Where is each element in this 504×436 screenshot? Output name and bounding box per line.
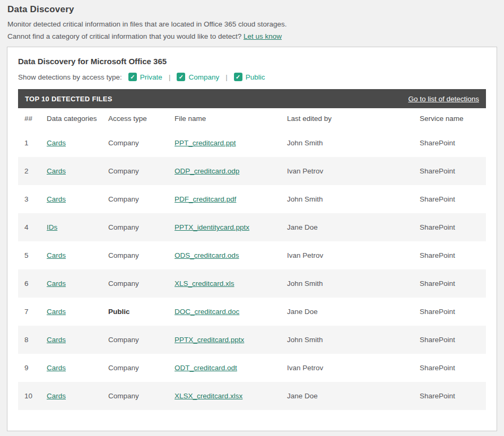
row-number: 3 bbox=[24, 195, 47, 203]
data-category-link[interactable]: IDs bbox=[47, 223, 57, 231]
data-category-link[interactable]: Cards bbox=[47, 308, 66, 316]
data-category-link[interactable]: Cards bbox=[47, 336, 66, 344]
row-number: 10 bbox=[24, 392, 47, 400]
service-name-value: SharePoint bbox=[420, 167, 486, 175]
file-name-link[interactable]: PPTX_identitycard.pptx bbox=[175, 223, 249, 231]
service-name-value: SharePoint bbox=[420, 280, 486, 287]
table-row: 6 Cards Company XLS_creditcard.xls John … bbox=[18, 269, 486, 298]
checkbox-checked-icon[interactable]: ✓ bbox=[128, 73, 137, 81]
file-name-link[interactable]: DOC_creditcard.doc bbox=[175, 308, 239, 316]
table-bar-title: TOP 10 DETECTED FILES bbox=[25, 95, 112, 103]
access-type-value: Company bbox=[108, 336, 175, 344]
column-header-access-type: Access type bbox=[108, 115, 175, 123]
table-column-headers: ## Data categories Access type File name… bbox=[18, 108, 486, 129]
file-name-link[interactable]: PDF_creditcard.pdf bbox=[175, 195, 236, 203]
filter-separator: | bbox=[225, 73, 228, 81]
filter-checkbox-public[interactable]: ✓ Public bbox=[234, 73, 265, 81]
data-category-link[interactable]: Cards bbox=[47, 280, 66, 287]
table-row: 8 Cards Company PPTX_creditcard.pptx Joh… bbox=[18, 326, 486, 354]
access-type-value: Public bbox=[108, 308, 175, 316]
file-name-link[interactable]: ODT_creditcard.odt bbox=[175, 364, 237, 372]
row-number: 9 bbox=[24, 364, 47, 372]
data-category-link[interactable]: Cards bbox=[47, 195, 66, 203]
row-number: 2 bbox=[24, 167, 47, 175]
last-edited-by-value: John Smith bbox=[287, 139, 420, 147]
file-name-link[interactable]: ODP_creditcard.odp bbox=[175, 167, 239, 175]
last-edited-by-value: John Smith bbox=[287, 280, 420, 287]
data-category-link[interactable]: Cards bbox=[47, 364, 66, 372]
service-name-value: SharePoint bbox=[420, 223, 486, 231]
card-title: Data Discovery for Microsoft Office 365 bbox=[18, 57, 486, 66]
table-body: 1 Cards Company PPT_creditcard.ppt John … bbox=[18, 129, 486, 410]
file-name-link[interactable]: XLSX_creditcard.xlsx bbox=[175, 392, 242, 400]
row-number: 6 bbox=[24, 280, 47, 287]
file-name-link[interactable]: ODS_creditcard.ods bbox=[175, 251, 239, 259]
file-name-link[interactable]: XLS_creditcard.xls bbox=[175, 280, 234, 287]
table-row: 5 Cards Company ODS_creditcard.ods Ivan … bbox=[18, 241, 486, 269]
checkbox-checked-icon[interactable]: ✓ bbox=[234, 73, 242, 81]
column-header-categories: Data categories bbox=[47, 115, 108, 123]
data-category-link[interactable]: Cards bbox=[47, 167, 66, 175]
go-to-list-of-detections-link[interactable]: Go to list of detections bbox=[408, 95, 479, 103]
service-name-value: SharePoint bbox=[420, 364, 486, 372]
table-row: 7 Cards Public DOC_creditcard.doc Jane D… bbox=[18, 298, 486, 326]
last-edited-by-value: John Smith bbox=[287, 336, 420, 344]
filter-checkbox-label: Company bbox=[188, 73, 219, 81]
last-edited-by-value: Jane Doe bbox=[287, 392, 420, 400]
service-name-value: SharePoint bbox=[420, 195, 486, 203]
filter-separator: | bbox=[169, 73, 171, 81]
access-type-filter-row: Show detections by access type: ✓ Privat… bbox=[18, 73, 486, 81]
service-name-value: SharePoint bbox=[420, 251, 486, 259]
file-name-link[interactable]: PPT_creditcard.ppt bbox=[175, 139, 236, 147]
last-edited-by-value: Ivan Petrov bbox=[287, 167, 420, 175]
row-number: 4 bbox=[24, 223, 47, 231]
column-header-last-edited: Last edited by bbox=[287, 115, 420, 123]
column-header-service-name: Service name bbox=[420, 115, 486, 123]
row-number: 1 bbox=[24, 139, 47, 147]
data-category-link[interactable]: Cards bbox=[47, 251, 66, 259]
page-subtitle: Monitor detected critical information in… bbox=[7, 20, 497, 28]
row-number: 5 bbox=[24, 251, 47, 259]
table-row: 2 Cards Company ODP_creditcard.odp Ivan … bbox=[18, 157, 486, 185]
access-type-value: Company bbox=[108, 251, 175, 259]
access-type-value: Company bbox=[108, 392, 175, 400]
access-type-value: Company bbox=[108, 139, 175, 147]
let-us-know-link[interactable]: Let us know bbox=[244, 32, 282, 40]
filter-checkbox-label: Public bbox=[246, 73, 265, 81]
access-type-value: Company bbox=[108, 280, 175, 287]
page-help-line: Cannot find a category of critical infor… bbox=[7, 32, 497, 40]
last-edited-by-value: Jane Doe bbox=[287, 308, 420, 316]
table-header-bar: TOP 10 DETECTED FILES Go to list of dete… bbox=[18, 89, 486, 108]
access-type-value: Company bbox=[108, 223, 175, 231]
column-header-file-name: File name bbox=[175, 115, 287, 123]
page-title: Data Discovery bbox=[7, 4, 497, 15]
data-category-link[interactable]: Cards bbox=[47, 139, 66, 147]
filter-label: Show detections by access type: bbox=[18, 73, 122, 81]
filter-checkbox-label: Private bbox=[140, 73, 162, 81]
data-discovery-card: Data Discovery for Microsoft Office 365 … bbox=[7, 47, 497, 431]
filter-checkbox-company[interactable]: ✓ Company bbox=[177, 73, 219, 81]
table-row: 3 Cards Company PDF_creditcard.pdf John … bbox=[18, 185, 486, 213]
last-edited-by-value: John Smith bbox=[287, 195, 420, 203]
table-row: 10 Cards Company XLSX_creditcard.xlsx Ja… bbox=[18, 382, 486, 410]
access-type-value: Company bbox=[108, 195, 175, 203]
last-edited-by-value: Jane Doe bbox=[287, 223, 420, 231]
service-name-value: SharePoint bbox=[420, 336, 486, 344]
file-name-link[interactable]: PPTX_creditcard.pptx bbox=[175, 336, 244, 344]
table-row: 9 Cards Company ODT_creditcard.odt Ivan … bbox=[18, 354, 486, 382]
last-edited-by-value: Ivan Petrov bbox=[287, 364, 420, 372]
checkbox-checked-icon[interactable]: ✓ bbox=[177, 73, 185, 81]
table-row: 4 IDs Company PPTX_identitycard.pptx Jan… bbox=[18, 213, 486, 241]
access-type-value: Company bbox=[108, 167, 175, 175]
service-name-value: SharePoint bbox=[420, 139, 486, 147]
row-number: 7 bbox=[24, 308, 47, 316]
service-name-value: SharePoint bbox=[420, 308, 486, 316]
filter-checkbox-private[interactable]: ✓ Private bbox=[128, 73, 162, 81]
page: Data Discovery Monitor detected critical… bbox=[0, 4, 504, 431]
row-number: 8 bbox=[24, 336, 47, 344]
table-row: 1 Cards Company PPT_creditcard.ppt John … bbox=[18, 129, 486, 157]
last-edited-by-value: Ivan Petrov bbox=[287, 251, 420, 259]
access-type-value: Company bbox=[108, 364, 175, 372]
service-name-value: SharePoint bbox=[420, 392, 486, 400]
data-category-link[interactable]: Cards bbox=[47, 392, 66, 400]
